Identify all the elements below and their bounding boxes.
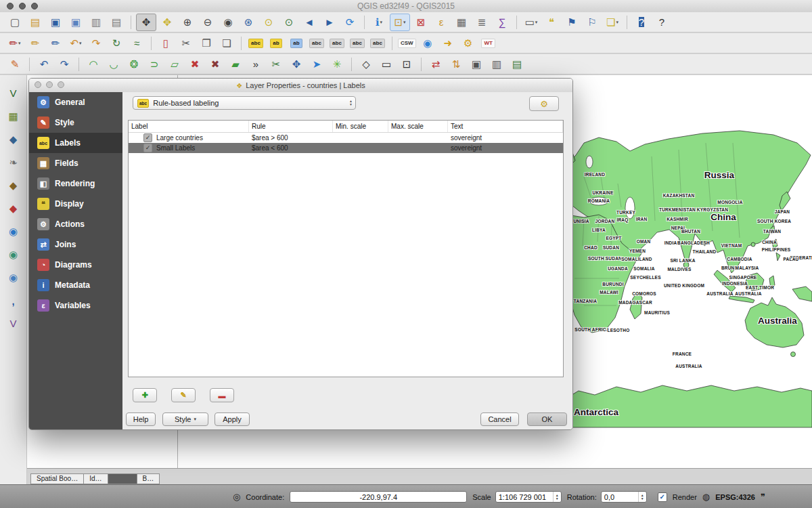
pin-labels-icon[interactable]: ab [267, 35, 286, 51]
render-checkbox[interactable]: ✓ [658, 492, 667, 502]
raster-swap-icon[interactable]: ⇄ [426, 56, 445, 72]
add-vector-layer-icon[interactable]: V [5, 85, 22, 101]
new-shapefile-layer-icon[interactable]: V [5, 315, 22, 331]
shape-rectangle-center-icon[interactable]: ⊡ [397, 56, 416, 72]
delete-ring-icon[interactable]: ✖ [185, 56, 204, 72]
apply-button[interactable]: Apply [215, 412, 250, 426]
zoom-out-icon[interactable]: ⊖ [198, 14, 217, 30]
style-menu-button[interactable]: Style ▾ [162, 412, 208, 426]
layer-order-icon[interactable]: ⇅ [447, 56, 466, 72]
help-button[interactable]: Help [126, 412, 156, 426]
new-print-composer-icon[interactable]: ▥ [87, 14, 106, 30]
cancel-button[interactable]: Cancel [480, 412, 519, 426]
dialog-sidebar-item-display[interactable]: ❝Display [29, 194, 122, 214]
dialog-sidebar-item-fields[interactable]: ▦Fields [29, 153, 122, 173]
dialog-minimize-button[interactable] [46, 81, 53, 88]
undo-icon[interactable]: ↶ [35, 56, 53, 72]
crs-status-icon[interactable]: ◍ [702, 492, 710, 502]
dock-tab[interactable]: B… [137, 473, 160, 484]
delete-selected-icon[interactable]: ▯ [156, 35, 175, 51]
simplify-feature-icon[interactable]: ≈ [127, 35, 146, 51]
dropdown-arrow-icon[interactable]: ▾ [380, 20, 383, 25]
sum-icon[interactable]: ∑ [493, 14, 512, 30]
add-wcs-layer-icon[interactable]: ◉ [5, 246, 22, 262]
select-features-icon[interactable]: ⊡▾ [390, 14, 410, 31]
add-mssql-layer-icon[interactable]: ◆ [5, 177, 22, 193]
dialog-sidebar-item-style[interactable]: ✎Style [29, 112, 122, 133]
options-gear-icon[interactable]: ⚙ [459, 35, 478, 51]
deselect-features-icon[interactable]: ⊠ [411, 14, 430, 30]
dock-tab[interactable]: Id… [83, 473, 108, 484]
rotate-feature-icon[interactable]: ↻ [107, 35, 126, 51]
save-layer-edits-icon[interactable]: ✏ [46, 35, 65, 51]
rule-enabled-checkbox[interactable]: ✓ [143, 133, 152, 142]
add-circular-string-radius-icon[interactable]: ◡ [104, 56, 123, 72]
dialog-sidebar-item-diagrams[interactable]: ◔Diagrams [29, 255, 122, 275]
move-feature-copy-icon[interactable]: ❂ [125, 56, 143, 72]
ok-button[interactable]: OK [527, 412, 567, 426]
rule-enabled-checkbox[interactable]: ✓ [143, 144, 152, 152]
offset-curve-icon[interactable]: ⊃ [145, 56, 164, 72]
zoom-last-icon[interactable]: ◄ [300, 14, 319, 30]
zoom-native-resolution-icon[interactable]: ◉ [219, 14, 238, 30]
paste-features-icon[interactable]: ❏ [217, 35, 236, 51]
stepper-down-icon[interactable]: ▼ [641, 497, 644, 501]
check-geometries-icon[interactable]: ✳ [328, 56, 346, 72]
dialog-sidebar-item-rendering[interactable]: ◧Rendering [29, 173, 122, 194]
highlight-pinned-labels-icon[interactable]: ab [287, 35, 306, 51]
mouse-position-icon[interactable]: ◎ [233, 492, 240, 502]
dialog-sidebar-item-general[interactable]: ⚙General [29, 92, 122, 112]
composer-manager-icon[interactable]: ▤ [107, 14, 126, 30]
rule-column-header[interactable]: Label [129, 121, 249, 132]
advanced-digitizing-icon[interactable]: ✎ [5, 56, 24, 72]
automated-placement-button[interactable]: ⚙ [529, 96, 559, 111]
dialog-sidebar-item-labels[interactable]: abcLabels [29, 133, 122, 153]
dropdown-arrow-icon[interactable]: ▾ [616, 20, 618, 25]
help-icon[interactable]: ? [632, 14, 651, 30]
change-label-icon[interactable]: abc [348, 35, 367, 51]
merge-features-icon[interactable]: ▰ [226, 56, 245, 72]
scale-stepper[interactable]: ▲ ▼ [553, 492, 561, 502]
layer-chart-icon[interactable]: ▤ [508, 56, 526, 72]
identify-features-icon[interactable]: ℹ▾ [369, 14, 388, 30]
shape-diamond-icon[interactable]: ◇ [357, 56, 376, 72]
undo-edits-icon[interactable]: ↶▾ [66, 35, 85, 51]
metasearch-icon[interactable]: ◉ [418, 35, 437, 51]
measure-icon[interactable]: ▭▾ [522, 14, 541, 30]
dropdown-arrow-icon[interactable]: ▾ [79, 41, 82, 46]
zoom-full-extent-icon[interactable]: ⊛ [239, 14, 258, 30]
select-by-expression-icon[interactable]: ε [432, 14, 451, 30]
dialog-sidebar-item-variables[interactable]: εVariables [29, 295, 122, 316]
rule-column-header[interactable]: Max. scale [388, 121, 448, 132]
labeling-mode-select[interactable]: abc Rule-based labeling ▲ ▼ [133, 96, 356, 110]
dialog-sidebar-item-metadata[interactable]: iMetadata [29, 275, 122, 295]
move-feature-icon[interactable]: ✥ [287, 56, 306, 72]
csw-icon[interactable]: CSW [397, 35, 417, 51]
pan-to-selection-icon[interactable]: ✥ [158, 14, 177, 30]
add-wms-layer-icon[interactable]: ◉ [5, 223, 22, 239]
copy-features-icon[interactable]: ❐ [197, 35, 216, 51]
node-tool-icon[interactable]: ➤ [307, 56, 326, 72]
save-project-icon[interactable]: ▣ [46, 14, 65, 30]
dialog-sidebar-item-actions[interactable]: ⚙Actions [29, 214, 122, 234]
zoom-to-layer-icon[interactable]: ⊙ [279, 14, 298, 30]
zoom-to-selection-icon[interactable]: ⊙ [259, 14, 278, 30]
rule-column-header[interactable]: Text [448, 121, 563, 132]
add-circular-string-icon[interactable]: ◠ [84, 56, 103, 72]
open-project-icon[interactable]: ▤ [26, 14, 45, 30]
add-spatialite-layer-icon[interactable]: ❧ [5, 154, 22, 170]
dropdown-arrow-icon[interactable]: ▾ [535, 20, 538, 25]
rule-column-header[interactable]: Rule [249, 121, 333, 132]
shape-rectangle-icon[interactable]: ▭ [377, 56, 396, 72]
pan-map-icon[interactable]: ✥ [136, 14, 156, 31]
wkt-icon[interactable]: WT [479, 35, 498, 51]
add-postgis-layer-icon[interactable]: ◆ [5, 131, 22, 147]
messages-icon[interactable]: ❞ [761, 492, 765, 502]
dialog-zoom-button[interactable] [58, 81, 64, 88]
open-attribute-table-icon[interactable]: ▦ [452, 14, 471, 30]
rule-column-header[interactable]: Min. scale [333, 121, 388, 132]
cut-features-icon[interactable]: ✂ [177, 35, 196, 51]
statistical-summary-icon[interactable]: ≣ [472, 14, 491, 30]
zoom-next-icon[interactable]: ► [320, 14, 339, 30]
new-project-icon[interactable]: ▢ [5, 14, 24, 30]
